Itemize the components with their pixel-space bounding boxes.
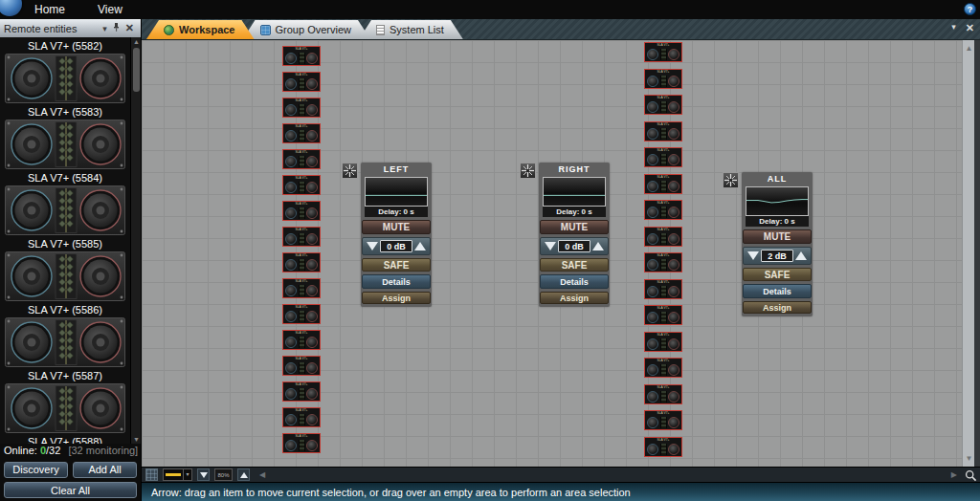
speaker-tile[interactable]: SLA V7+ <box>644 121 682 142</box>
assign-button[interactable]: Assign <box>362 292 431 304</box>
speaker-tile[interactable]: SLA V7+ <box>644 305 682 325</box>
speaker-tile[interactable]: SLA V7+ <box>282 407 321 427</box>
speaker-tile[interactable]: SLA V7+ <box>282 278 321 298</box>
tab-group-overview[interactable]: Group Overview <box>243 20 370 39</box>
details-button[interactable]: Details <box>540 274 609 289</box>
safe-button[interactable]: SAFE <box>362 258 431 272</box>
speaker-tile[interactable]: SLA V7+ <box>282 46 321 66</box>
gain-value[interactable]: 0 dB <box>380 240 412 252</box>
eq-display[interactable] <box>365 177 428 207</box>
speaker-tile[interactable]: SLA V7+ <box>644 95 682 115</box>
device-item[interactable]: SLA V7+ (5584) <box>0 171 130 235</box>
gain-down-button[interactable] <box>367 242 378 250</box>
mute-button[interactable]: MUTE <box>743 229 812 244</box>
device-item[interactable]: SLA V7+ (5586) <box>0 303 130 367</box>
scroll-down-icon[interactable]: ▼ <box>131 436 141 443</box>
gain-up-button[interactable] <box>795 251 807 260</box>
speaker-tile[interactable]: SLA V7+ <box>644 200 682 220</box>
gain-value[interactable]: 2 dB <box>761 250 793 262</box>
speaker-tile[interactable]: SLA V7+ <box>644 147 682 167</box>
speaker-tile[interactable]: SLA V7+ <box>644 69 682 89</box>
workspace-canvas[interactable]: ▲ ▼ SLA V7+ SLA V7+ SLA V7+ SLA V7+ <box>142 40 980 467</box>
zoom-in-button[interactable] <box>237 468 250 481</box>
gain-down-button[interactable] <box>747 251 759 260</box>
chevron-down-icon[interactable]: ▾ <box>100 24 110 33</box>
speaker-tile[interactable]: SLA V7+ <box>644 227 682 247</box>
speaker-tile[interactable]: SLA V7+ <box>644 279 682 299</box>
eq-display[interactable] <box>746 186 809 216</box>
device-item[interactable]: SLA V7+ (5585) <box>0 237 130 301</box>
gain-up-button[interactable] <box>592 242 604 250</box>
speaker-tile[interactable]: SLA V7+ <box>644 174 682 194</box>
tab-list-chevron-icon[interactable]: ▾ <box>951 22 956 34</box>
details-button[interactable]: Details <box>362 274 431 289</box>
scrollbar-thumb[interactable] <box>133 48 140 92</box>
speaker-tile[interactable]: SLA V7+ <box>282 330 321 350</box>
device-item[interactable]: SLA V7+ (5583) <box>0 105 130 169</box>
safe-button[interactable]: SAFE <box>540 258 609 272</box>
speaker-tile[interactable]: SLA V7+ <box>644 384 682 404</box>
help-icon[interactable]: ? <box>964 3 976 15</box>
details-button[interactable]: Details <box>743 284 812 298</box>
close-icon[interactable]: ✕ <box>122 22 137 34</box>
eq-display[interactable] <box>543 177 606 207</box>
canvas-scrollbar[interactable]: ▲ ▼ <box>962 40 974 467</box>
mute-button[interactable]: MUTE <box>362 220 431 234</box>
tab-workspace[interactable]: Workspace <box>146 20 255 39</box>
speaker-tile[interactable]: SLA V7+ <box>282 304 321 324</box>
assign-button[interactable]: Assign <box>540 292 609 304</box>
device-item[interactable]: SLA V7+ (5582) <box>0 39 130 103</box>
line-style-button[interactable]: ▾ <box>163 468 192 481</box>
speaker-tile[interactable]: SLA V7+ <box>282 175 321 195</box>
hscroll-right-icon[interactable]: ▶ <box>951 470 957 479</box>
gain-value[interactable]: 0 dB <box>558 240 590 252</box>
speaker-tile[interactable]: SLA V7+ <box>282 227 321 247</box>
grid-toggle-icon[interactable] <box>145 468 158 481</box>
speaker-tile[interactable]: SLA V7+ <box>282 98 321 118</box>
line-style-dropdown-icon[interactable]: ▾ <box>183 469 191 480</box>
move-handle-icon[interactable] <box>723 172 739 188</box>
tab-close-icon[interactable]: ✕ <box>966 22 974 34</box>
speaker-tile[interactable]: SLA V7+ <box>282 201 321 221</box>
tab-system-list[interactable]: System List <box>359 20 463 39</box>
group-panel-left[interactable]: LEFT Delay: 0 s MUTE 0 dB SAFE Details A… <box>361 163 432 307</box>
speaker-tile[interactable]: SLA V7+ <box>282 149 321 169</box>
speaker-tile[interactable]: SLA V7+ <box>644 410 682 430</box>
speaker-tile[interactable]: SLA V7+ <box>282 123 321 143</box>
speaker-tile[interactable]: SLA V7+ <box>644 437 682 457</box>
gain-down-button[interactable] <box>545 242 556 250</box>
assign-button[interactable]: Assign <box>743 301 812 314</box>
device-item[interactable]: SLA V7+ (5587) <box>0 369 130 433</box>
speaker-tile[interactable]: SLA V7+ <box>282 356 321 376</box>
speaker-tile[interactable]: SLA V7+ <box>282 72 321 92</box>
speaker-tile[interactable]: SLA V7+ <box>282 433 321 453</box>
magnifier-icon[interactable] <box>965 468 977 486</box>
speaker-tile[interactable]: SLA V7+ <box>644 42 682 62</box>
driver-array-icon <box>299 53 305 64</box>
hscroll-left-icon[interactable]: ◀ <box>259 470 265 479</box>
group-panel-right[interactable]: RIGHT Delay: 0 s MUTE 0 dB SAFE Details … <box>539 163 610 307</box>
group-panel-all[interactable]: ALL Delay: 0 s MUTE 2 dB SAFE Details As… <box>742 172 813 316</box>
discovery-button[interactable]: Discovery <box>4 462 68 478</box>
speaker-tile[interactable]: SLA V7+ <box>282 381 321 402</box>
move-handle-icon[interactable] <box>520 163 536 179</box>
speaker-tile[interactable]: SLA V7+ <box>282 252 321 272</box>
speaker-tile[interactable]: SLA V7+ <box>644 332 682 352</box>
menu-item-view[interactable]: View <box>92 1 128 18</box>
zoom-out-button[interactable] <box>197 468 210 481</box>
device-item[interactable]: SLA V7+ (5588) <box>0 435 130 444</box>
move-handle-icon[interactable] <box>342 163 358 179</box>
mute-button[interactable]: MUTE <box>540 220 609 234</box>
speaker-tile[interactable]: SLA V7+ <box>644 252 682 272</box>
speaker-tile[interactable]: SLA V7+ <box>644 358 682 378</box>
sidebar-scrollbar[interactable]: ▲ ▼ <box>130 37 141 444</box>
woofer-left-icon <box>647 128 658 140</box>
driver-array-icon <box>299 414 305 425</box>
scroll-up-icon[interactable]: ▲ <box>131 38 141 45</box>
pin-icon[interactable] <box>110 23 122 33</box>
safe-button[interactable]: SAFE <box>743 268 812 281</box>
menu-item-home[interactable]: Home <box>29 1 71 18</box>
gain-up-button[interactable] <box>414 242 426 250</box>
clear-all-button[interactable]: Clear All <box>4 482 137 498</box>
add-all-button[interactable]: Add All <box>73 462 137 478</box>
